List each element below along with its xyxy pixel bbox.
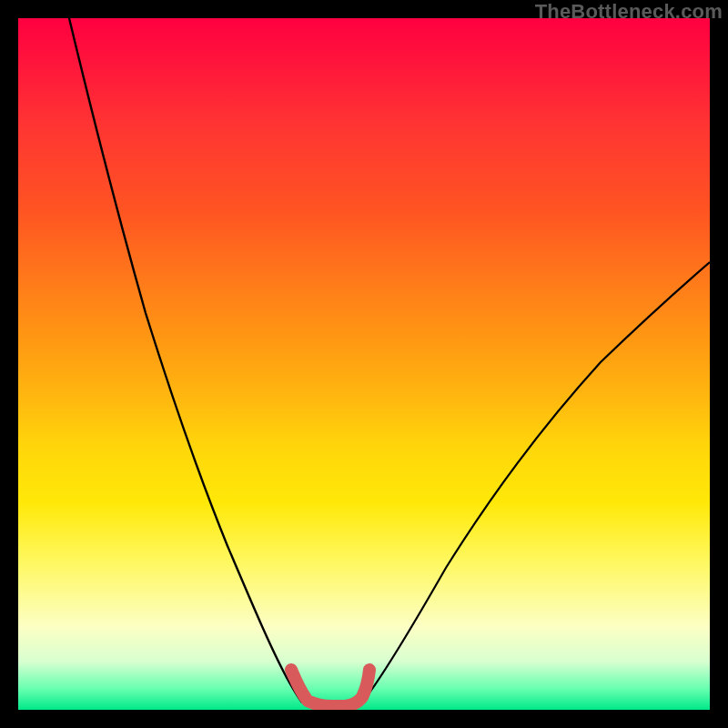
right-curve (362, 262, 710, 703)
left-curve (69, 18, 302, 703)
plot-area (18, 18, 710, 710)
curve-overlay (18, 18, 710, 710)
chart-frame: TheBottleneck.com (0, 0, 728, 728)
bottom-band (291, 670, 369, 706)
watermark-text: TheBottleneck.com (535, 0, 723, 24)
